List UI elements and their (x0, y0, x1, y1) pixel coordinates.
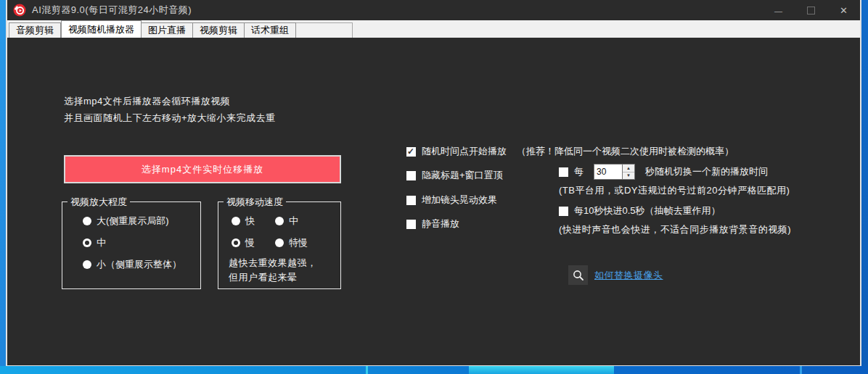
interval-note: (TB平台用，或DY违规过的号过前20分钟严格匹配用) (559, 184, 790, 197)
intro-text: 选择mp4文件后播放器会循环播放视频 并且画面随机上下左右移动+放大缩小来完成去… (64, 93, 276, 126)
taskbar-highlight-segment (469, 366, 614, 374)
random-start-note: （推荐！降低同一个视频二次使用时被检测的概率） (517, 145, 734, 158)
minimize-button[interactable] (762, 0, 795, 20)
taskbar-divider-line (800, 366, 802, 374)
radio-zoom-large[interactable]: 大(侧重展示局部) (83, 215, 169, 228)
checkbox-label: 随机时间点开始播放 (422, 145, 507, 158)
checkbox-icon (406, 220, 416, 229)
radio-label: 中 (97, 236, 106, 249)
tab-image-live[interactable]: 图片直播 (142, 22, 193, 38)
checkbox-icon (406, 171, 416, 180)
checkbox-icon (559, 207, 568, 216)
tab-random-video-player[interactable]: 视频随机播放器 (61, 20, 142, 38)
app-window: AI混剪器9.0(每日可混剪24小时音频) 音频剪辑 视频随机播放器 图片直播 … (6, 0, 861, 367)
radio-icon (83, 260, 91, 269)
search-icon (573, 270, 584, 281)
radio-selected-icon (83, 238, 91, 247)
checkbox-mute-playback[interactable]: 静音播放 (406, 217, 459, 230)
video-zoom-group: 视频放大程度 大(侧重展示局部) 中 小（侧重展示整体） (62, 201, 201, 289)
radio-label: 小（侧重展示整体） (97, 258, 181, 271)
maximize-icon (807, 7, 815, 14)
radio-label: 快 (245, 215, 255, 228)
checkbox-hide-title[interactable]: 隐藏标题+窗口置顶 (406, 169, 503, 182)
radio-selected-icon (232, 238, 240, 247)
spinner-down-icon[interactable] (623, 172, 634, 180)
taskbar-divider-line (366, 366, 368, 374)
radio-icon (275, 238, 284, 247)
spinner-up-icon[interactable] (623, 165, 634, 172)
tab-audio-edit[interactable]: 音频剪辑 (9, 22, 61, 38)
radio-zoom-small[interactable]: 小（侧重展示整体） (83, 258, 181, 271)
video-speed-group: 视频移动速度 快 中 慢 特慢 越快去重效果越强， (218, 201, 341, 289)
tab-strip-stub (296, 22, 353, 38)
radio-speed-fast[interactable]: 快 (232, 215, 255, 228)
interval-prefix: 每 (574, 165, 584, 178)
radio-icon (232, 217, 240, 225)
interval-suffix: 秒随机切换一个新的播放时间 (645, 165, 768, 178)
select-mp4-button[interactable]: 选择mp4文件实时位移播放 (64, 155, 341, 183)
radio-label: 慢 (245, 236, 255, 249)
checkbox-camera-shake[interactable]: 增加镜头晃动效果 (406, 194, 497, 207)
minimize-icon (774, 4, 782, 17)
intro-line-1: 选择mp4文件后播放器会循环播放视频 (64, 93, 276, 109)
checkbox-icon (559, 167, 568, 177)
radio-speed-slow[interactable]: 慢 (232, 236, 255, 249)
tab-bar: 音频剪辑 视频随机播放器 图片直播 视频剪辑 话术重组 (7, 20, 860, 38)
tab-script-remix[interactable]: 话术重组 (245, 22, 296, 38)
checkbox-interval-switch[interactable]: 每 秒随机切换一个新的播放时间 (559, 164, 768, 180)
video-zoom-group-title: 视频放大程度 (67, 196, 130, 209)
checkbox-label: 隐藏标题+窗口置顶 (422, 169, 503, 182)
radio-zoom-medium[interactable]: 中 (83, 236, 106, 249)
window-controls (762, 0, 860, 20)
radio-label: 特慢 (289, 236, 308, 249)
search-button[interactable] (568, 265, 588, 285)
interval-spinner (594, 164, 635, 180)
window-title: AI混剪器9.0(每日可混剪24小时音频) (32, 4, 192, 17)
checkbox-label: 每10秒快进0.5秒（抽帧去重作用） (574, 204, 721, 217)
radio-speed-medium[interactable]: 中 (275, 215, 298, 228)
checkbox-checked-icon (406, 147, 416, 157)
title-bar: AI混剪器9.0(每日可混剪24小时音频) (7, 0, 860, 20)
close-icon (840, 4, 848, 17)
desktop: AI混剪器9.0(每日可混剪24小时音频) 音频剪辑 视频随机播放器 图片直播 … (0, 0, 868, 374)
spinner-buttons (623, 164, 635, 180)
radio-label: 中 (289, 215, 298, 228)
radio-speed-very-slow[interactable]: 特慢 (275, 236, 308, 249)
radio-label: 大(侧重展示局部) (97, 215, 169, 228)
checkbox-icon (406, 196, 416, 205)
fast-forward-note: (快进时声音也会快进，不适合同步播放背景音的视频) (559, 223, 791, 236)
video-speed-group-title: 视频移动速度 (224, 196, 286, 209)
checkbox-random-start[interactable]: 随机时间点开始播放 （推荐！降低同一个视频二次使用时被检测的概率） (406, 145, 734, 158)
intro-line-2: 并且画面随机上下左右移动+放大缩小来完成去重 (64, 109, 276, 126)
checkbox-label: 静音播放 (422, 217, 459, 230)
app-logo-icon (13, 4, 26, 17)
interval-seconds-input[interactable] (594, 164, 623, 180)
checkbox-fast-forward[interactable]: 每10秒快进0.5秒（抽帧去重作用） (559, 204, 721, 217)
camera-help-row: 如何替换摄像头 (568, 265, 663, 285)
radio-icon (83, 217, 91, 225)
replace-camera-link[interactable]: 如何替换摄像头 (594, 269, 663, 282)
desktop-taskbar-edge (0, 366, 868, 374)
main-panel: 选择mp4文件后播放器会循环播放视频 并且画面随机上下左右移动+放大缩小来完成去… (7, 38, 860, 365)
close-button[interactable] (827, 0, 860, 20)
tab-video-edit[interactable]: 视频剪辑 (193, 22, 245, 38)
maximize-button[interactable] (795, 0, 827, 20)
speed-group-note: 越快去重效果越强， 但用户看起来晕 (229, 256, 317, 285)
speed-note-line-1: 越快去重效果越强， (229, 256, 317, 270)
checkbox-label: 增加镜头晃动效果 (422, 194, 497, 207)
speed-note-line-2: 但用户看起来晕 (229, 270, 317, 285)
radio-icon (275, 217, 284, 225)
